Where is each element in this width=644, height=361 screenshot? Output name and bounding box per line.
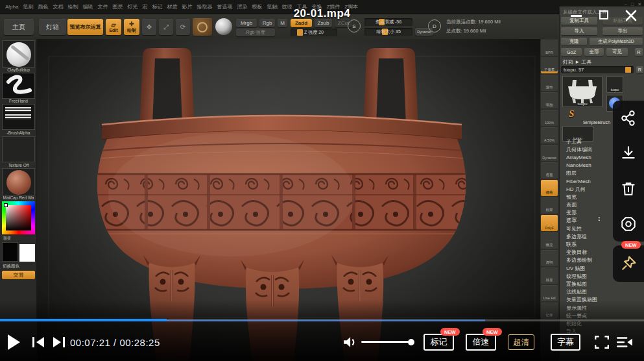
active-tool-ding-icon [563, 77, 602, 103]
move-mode-button[interactable]: ✥ [142, 19, 156, 35]
pin-panel [613, 245, 644, 282]
pin-new-badge: NEW [621, 241, 641, 249]
stroke-s-icon[interactable]: S [348, 19, 361, 32]
alpha-thumbnail[interactable] [2, 104, 35, 130]
gyro-ring-icon [197, 22, 208, 32]
scale-icon: ⤢ [163, 23, 169, 31]
right-shelf-button[interactable]: 幽灵 [541, 232, 558, 249]
right-shelf-button[interactable]: 子像素 [541, 57, 558, 73]
right-shelf-button[interactable]: 框架 [541, 197, 558, 214]
draw-mode-button[interactable]: ✛ 绘制 [124, 19, 139, 35]
right-shelf: BPR子像素滚动缩放100%A:50%Dynamic透视栅格框架PolyF幽灵透… [540, 39, 559, 319]
close-icon [626, 11, 636, 20]
stroke-thumbnail[interactable] [2, 73, 35, 99]
tool-slider-handle[interactable] [625, 67, 631, 73]
total-time: 00:28:25 [119, 337, 160, 348]
import-button[interactable]: 导入 [561, 27, 597, 35]
preview-boolean-button[interactable]: 预览布尔运算 [67, 19, 103, 35]
speed-new-badge: NEW [483, 328, 502, 336]
record-icon[interactable] [620, 216, 637, 232]
right-shelf-button[interactable]: PolyF [541, 215, 558, 231]
current-material-sphere[interactable] [215, 18, 232, 35]
make-polymesh-button[interactable]: 生成 PolyMesh3D [590, 38, 643, 45]
total-points-readout: 总点数: 19.660 Mil [446, 28, 486, 34]
color-picker[interactable] [2, 201, 35, 234]
z-intensity-handle[interactable] [297, 29, 303, 36]
texture-name-label: Texture Off [0, 163, 37, 168]
right-shelf-button[interactable]: 透明 [541, 250, 558, 266]
tool-name-slider[interactable]: tuopu. 57 [561, 66, 634, 73]
export-button[interactable]: 导出 [602, 27, 643, 35]
alternate-color-button[interactable]: 交替 [2, 271, 35, 279]
color-picker-svpane[interactable] [6, 205, 31, 230]
gradient-label: 渐变 [0, 236, 37, 242]
clone-button[interactable]: 克隆 [561, 38, 587, 45]
play-button[interactable] [8, 334, 20, 350]
left-tray: ClayBuildup FreeHand -BrushAlpha Texture… [0, 39, 37, 319]
speed-button[interactable]: 倍速 [466, 334, 496, 351]
brush-thumbnail[interactable] [2, 40, 35, 68]
rgb-intensity-slider[interactable]: Rgb 强度 [236, 29, 275, 36]
time-display: 00:07:21 / 00:28:25 [70, 334, 160, 351]
texture-thumbnail[interactable] [2, 136, 35, 162]
tool-subpalette-item[interactable]: 法线贴图 [566, 288, 643, 296]
share-icon[interactable] [620, 110, 637, 127]
alpha-stripes-icon-2 [5, 114, 31, 119]
subtitle-button[interactable]: 字幕 [551, 334, 580, 351]
trash-icon[interactable] [620, 180, 637, 197]
volume-icon [344, 337, 353, 347]
next-frame-button[interactable] [51, 336, 66, 348]
secondary-color-swatch[interactable] [19, 244, 35, 262]
z-intensity-slider[interactable]: Z 强度 20 [291, 29, 337, 36]
playlist-button[interactable] [616, 336, 633, 349]
goz-visible-button[interactable]: 可见 [606, 48, 628, 56]
next-frame-icon [53, 337, 65, 347]
rotate-mode-button[interactable]: ⟳ [176, 19, 190, 35]
edit-mode-button[interactable]: ▱ Edit [106, 19, 121, 35]
recent-tool-well[interactable]: tuopu [606, 76, 623, 93]
gyro-button[interactable] [193, 18, 212, 36]
depth-d-icon[interactable]: D [428, 19, 441, 32]
current-time: 00:07:21 [70, 337, 110, 348]
goz-all-button[interactable]: 全部 [584, 48, 604, 56]
volume-slider[interactable] [361, 341, 412, 343]
active-tool-well[interactable]: tuopu [562, 76, 602, 107]
right-shelf-button[interactable]: BPR [541, 40, 558, 56]
right-shelf-button[interactable]: Line Fill [541, 285, 558, 301]
right-shelf-button[interactable]: A:50% [541, 127, 558, 143]
right-shelf-button[interactable]: 独显 [541, 268, 558, 284]
right-shelf-button[interactable]: 栅格 [541, 180, 558, 196]
fullscreen-button[interactable] [594, 335, 610, 349]
right-shelf-button[interactable]: 滚动 [541, 75, 558, 91]
color-picker-marker [4, 203, 8, 207]
brush-name-label: ClayBuildup [0, 68, 37, 72]
pin-icon[interactable] [619, 255, 638, 273]
quality-button[interactable]: 超清 [508, 334, 534, 350]
goz-r-button[interactable]: R [635, 48, 643, 56]
volume-knob[interactable] [408, 339, 414, 345]
alpha-name-label: -BrushAlpha [0, 131, 37, 135]
prev-frame-button[interactable] [31, 336, 46, 348]
material-thumbnail[interactable] [2, 168, 35, 195]
main-color-swatch[interactable] [2, 242, 18, 262]
right-shelf-button[interactable]: 缩放 [541, 92, 558, 108]
material-name-label: MatCap Red Wa [0, 195, 37, 200]
lightbox-button[interactable]: 灯箱 [39, 19, 66, 35]
close-button[interactable] [624, 8, 638, 23]
download-icon[interactable] [620, 145, 637, 162]
scale-mode-button[interactable]: ⤢ [159, 19, 173, 35]
floating-action-panel [613, 101, 644, 242]
mark-button[interactable]: 标记 [423, 334, 454, 351]
right-shelf-button[interactable]: 100% [541, 110, 558, 126]
maximize-button[interactable] [599, 10, 608, 19]
draw-size-slider[interactable]: 绘制大小 35 [364, 28, 412, 36]
tool-r-button[interactable]: R [636, 66, 643, 73]
edit-marquee-icon: ▱ [112, 21, 116, 28]
volume-button[interactable] [342, 336, 357, 349]
minimize-button[interactable] [571, 15, 582, 17]
home-tab[interactable]: 主页 [4, 19, 34, 35]
rotate-icon: ⟳ [180, 23, 185, 31]
goz-button[interactable]: GoZ [561, 48, 582, 56]
right-shelf-button[interactable]: Dynamic [541, 145, 558, 161]
right-shelf-button[interactable]: 透视 [541, 162, 558, 179]
